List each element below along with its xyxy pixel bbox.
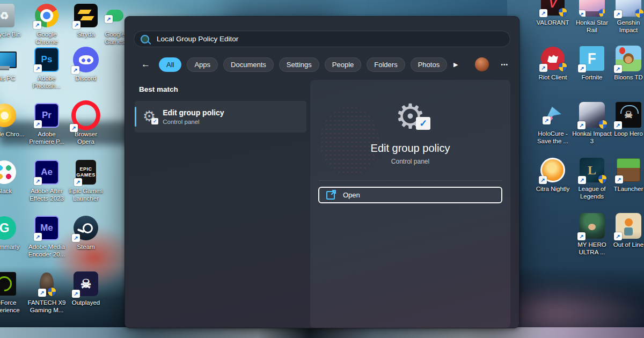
desktop-icon-tlauncher[interactable]: ↗TLauncher	[608, 157, 644, 193]
desktop-icon-honkai-impact-3[interactable]: ↗Honkai Impact 3	[572, 101, 612, 145]
tab-apps[interactable]: Apps	[187, 57, 218, 72]
shortcut-arrow-icon: ↗	[579, 10, 586, 17]
search-icon	[141, 35, 149, 43]
desktop-icon-label: League of Legends	[572, 185, 612, 201]
adobe-premiere-pro-icon: Pr↗	[34, 103, 59, 128]
group-policy-icon: ⚙✓	[143, 109, 156, 124]
shortcut-arrow-icon: ↗	[34, 64, 42, 72]
desktop-icon-fantech-x9-gaming-mouse[interactable]: ↗FANTECH X9 Gaming M...	[26, 270, 67, 314]
desktop-icon-slack[interactable]: ↗Slack	[0, 159, 25, 195]
desktop-icon-this-pc[interactable]: This PC	[0, 46, 25, 82]
desktop-icon-label: FANTECH X9 Gaming M...	[26, 299, 67, 314]
desktop-icon-label: Epic Games Launcher	[65, 187, 106, 203]
desktop-icon-grammarly[interactable]: G↗Grammarly	[0, 215, 25, 251]
shortcut-arrow-icon: ↗	[578, 64, 586, 72]
steam-icon: ↗	[74, 216, 98, 240]
shortcut-arrow-icon: ↗	[34, 177, 42, 185]
desktop-icon-label: Google Chrome	[26, 31, 67, 46]
shortcut-arrow-icon: ↗	[539, 176, 547, 184]
desktop-icon-label: Outplayed	[72, 299, 100, 306]
desktop-icon-label: Out of Line	[613, 241, 643, 248]
desktop-icon-label: Riot Client	[538, 74, 567, 81]
desktop-icon-label: VALORANT	[536, 19, 569, 26]
shortcut-arrow-icon: ↗	[38, 289, 46, 297]
desktop-icon-google-chrome[interactable]: ↗Google Chrome	[26, 2, 67, 46]
shortcut-arrow-icon: ↗	[72, 21, 80, 29]
search-input[interactable]	[156, 34, 503, 43]
shortcut-arrow-icon: ↗	[72, 290, 80, 298]
desktop-icon-steam[interactable]: ↗Steam	[65, 215, 106, 251]
desktop-icon-fortnite[interactable]: F↗Fortnite	[572, 45, 612, 81]
desktop-icon-riot-client[interactable]: ↗Riot Client	[532, 45, 573, 81]
desktop-icon-geforce-experience[interactable]: ↗GeForce Experience	[0, 270, 25, 314]
desktop-icon-my-hero-ultra[interactable]: ↗MY HERO ULTRA ...	[572, 212, 612, 256]
desktop-icon-recycle-bin[interactable]: ♻Recycle Bin	[0, 2, 25, 38]
tab-settings[interactable]: Settings	[279, 57, 319, 72]
desktop-icon-valorant[interactable]: V↗VALORANT	[532, 0, 573, 26]
desktop-icon-out-of-line[interactable]: ↗Out of Line	[608, 212, 644, 248]
shortcut-arrow-icon: ↗	[577, 232, 586, 240]
desktop-icon-loop-hero[interactable]: ☠↗Loop Hero	[608, 101, 644, 137]
desktop-icon-adobe-premiere-pro[interactable]: Pr↗Adobe Premiere P...	[26, 102, 67, 146]
open-label: Open	[343, 191, 360, 199]
desktop-icon-label: Genshin Impact	[608, 19, 644, 34]
open-button[interactable]: Open	[318, 187, 502, 203]
epic-games-launcher-icon: EPIC GAMES↗	[76, 160, 96, 185]
fantech-x9-gaming-mouse-icon: ↗	[40, 273, 54, 295]
tab-all[interactable]: All	[159, 57, 181, 72]
best-match-item[interactable]: ⚙✓ Edit group policy Control panel	[135, 101, 306, 133]
shortcut-arrow-icon: ↗	[72, 234, 80, 242]
riot-client-icon: ↗	[541, 47, 565, 70]
desktop-icon-opera-browser[interactable]: ↗Browser Opera	[65, 102, 106, 146]
desktop-icon-adobe-media-encoder[interactable]: Me↗Adobe Media Encoder 20...	[26, 215, 67, 259]
shortcut-arrow-icon: ↗	[539, 64, 547, 72]
search-filter-tabs: AllAppsDocumentsSettingsPeopleFoldersPho…	[159, 57, 447, 72]
desktop-icon-epic-games-launcher[interactable]: EPIC GAMES↗Epic Games Launcher	[65, 159, 106, 203]
more-options-button[interactable]: •••	[501, 62, 508, 68]
expand-filters-button[interactable]: ▶	[453, 61, 458, 68]
back-button[interactable]: ←	[141, 59, 150, 70]
desktop-icon-honkai-star-rail[interactable]: ↗Honkai Star Rail	[572, 0, 612, 34]
search-flyout: ← AllAppsDocumentsSettingsPeopleFoldersP…	[125, 16, 519, 328]
desktop-icon-citra-nightly[interactable]: ↗Citra Nightly	[532, 157, 573, 193]
desktop-icon-label: Stryda	[77, 31, 94, 38]
honkai-impact-3-icon: ↗	[579, 102, 605, 128]
shortcut-arrow-icon: ↗	[34, 120, 42, 128]
desktop-icon-discord[interactable]: ↗Discord	[65, 46, 106, 82]
shortcut-arrow-icon: ↗	[34, 233, 42, 241]
preview-pane: ⚙✓ Edit group policy Control panel Open	[310, 80, 510, 328]
shortcut-arrow-icon: ↗	[539, 9, 547, 17]
user-avatar[interactable]	[475, 57, 489, 71]
recycle-bin-icon: ♻	[0, 4, 14, 27]
tab-documents[interactable]: Documents	[223, 57, 274, 72]
bloons-td-icon: ↗	[616, 46, 641, 71]
desktop-icon-label: Adobe Photosh...	[26, 75, 67, 90]
tab-people[interactable]: People	[325, 57, 361, 72]
shortcut-arrow-icon: ↗	[614, 121, 622, 129]
desktop-icon-label: Discord	[76, 75, 97, 82]
desktop-icon-label: GeForce Experience	[0, 299, 25, 314]
search-bar[interactable]	[134, 31, 510, 47]
uac-shield-icon	[599, 120, 607, 129]
adobe-after-effects-icon: Ae↗	[34, 160, 59, 185]
uac-shield-icon	[559, 63, 567, 71]
best-match-subtitle: Control panel	[163, 119, 224, 125]
best-match-heading: Best match	[139, 85, 178, 93]
tab-photos[interactable]: Photos	[411, 57, 447, 72]
desktop-icon-genshin-impact[interactable]: ↗Genshin Impact	[608, 0, 644, 34]
loop-hero-icon: ☠↗	[616, 102, 641, 128]
group-policy-icon-large: ⚙✓	[395, 99, 426, 134]
desktop-icon-label: Recycle Bin	[0, 31, 20, 38]
tab-folders[interactable]: Folders	[367, 57, 405, 72]
desktop-icon-holocure[interactable]: ↗HoloCure - Save the ...	[532, 101, 573, 145]
desktop-icon-league-of-legends[interactable]: L↗League of Legends	[572, 157, 612, 201]
desktop-icon-outplayed[interactable]: ☠↗Outplayed	[65, 270, 106, 306]
desktop-icon-adobe-after-effects[interactable]: Ae↗Adobe After Effects 2023	[26, 159, 67, 203]
desktop-icon-bloons-td[interactable]: ↗Bloons TD	[608, 45, 644, 81]
desktop-icon-chrome-canary[interactable]: ↗Google Chro...	[0, 102, 25, 138]
desktop-icon-label: Adobe After Effects 2023	[26, 187, 67, 203]
uac-shield-icon	[598, 175, 606, 183]
desktop-icon-adobe-photoshop[interactable]: Ps↗Adobe Photosh...	[26, 46, 67, 90]
desktop-icon-label: Browser Opera	[65, 130, 106, 146]
desktop-icon-label: Steam	[77, 243, 94, 251]
